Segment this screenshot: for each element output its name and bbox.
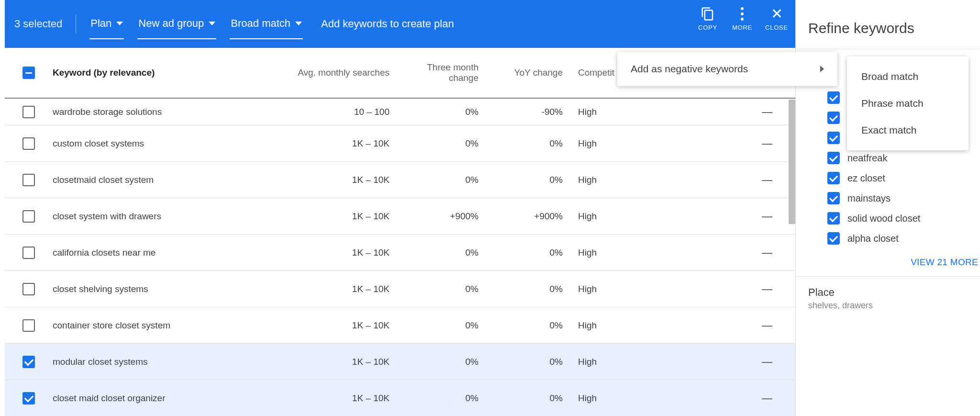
checkbox[interactable] <box>827 172 840 184</box>
caret-down-icon <box>295 22 302 25</box>
extra-cell: — <box>762 319 772 331</box>
row-checkbox[interactable] <box>22 174 35 186</box>
checkbox[interactable] <box>827 91 840 104</box>
yoy-cell: 0% <box>550 284 563 294</box>
refine-item-label: ez closet <box>847 173 885 184</box>
adgroup-label: New ad group <box>138 17 204 30</box>
table-row[interactable]: closet shelving systems1K – 10K0%0%High— <box>5 271 795 307</box>
keyword-cell: closetmaid closet system <box>53 175 154 185</box>
menu-item-phrase-match[interactable]: Phrase match <box>847 90 969 117</box>
keyword-cell: closet maid closet organizer <box>53 393 166 403</box>
checkbox[interactable] <box>827 112 840 124</box>
scrollbar-thumb[interactable] <box>789 100 795 224</box>
table-row[interactable]: closet maid closet organizer1K – 10K0%0%… <box>5 380 795 416</box>
row-checkbox[interactable] <box>22 137 35 150</box>
refine-item[interactable]: mainstays <box>796 188 980 208</box>
place-title: Place <box>808 286 968 299</box>
row-checkbox[interactable] <box>22 319 35 332</box>
plan-label: Plan <box>90 17 111 30</box>
three-month-cell: 0% <box>466 107 479 117</box>
selected-count: 3 selected <box>14 18 62 30</box>
refine-item[interactable]: solid wood closet <box>796 208 980 228</box>
competition-cell: High <box>578 357 597 367</box>
keyword-cell: custom closet systems <box>53 138 144 148</box>
refine-item-label: neatfreak <box>847 153 887 164</box>
extra-cell: — <box>762 283 772 295</box>
col-avg[interactable]: Avg. monthly searches <box>298 67 390 78</box>
plan-dropdown[interactable]: Plan <box>89 9 124 39</box>
three-month-cell: 0% <box>466 284 479 294</box>
divider <box>796 49 980 49</box>
competition-cell: High <box>578 320 597 330</box>
avg-cell: 1K – 10K <box>352 357 390 367</box>
caret-down-icon <box>209 22 215 25</box>
table-row[interactable]: wardrobe storage solutions10 – 1000%-90%… <box>5 99 795 125</box>
keyword-cell: closet shelving systems <box>53 284 148 294</box>
caret-down-icon <box>116 22 123 25</box>
competition-cell: High <box>578 175 597 185</box>
table-row[interactable]: custom closet systems1K – 10K0%0%High— <box>5 125 795 162</box>
yoy-cell: 0% <box>550 138 563 148</box>
checkbox[interactable] <box>827 152 840 164</box>
refine-item[interactable]: ez closet <box>796 168 980 188</box>
competition-cell: High <box>578 107 597 117</box>
extra-cell: — <box>762 392 772 404</box>
three-month-cell: 0% <box>466 357 479 367</box>
copy-button[interactable]: COPY <box>696 7 720 31</box>
row-checkbox[interactable] <box>22 392 35 405</box>
avg-cell: 1K – 10K <box>352 247 390 258</box>
table-row[interactable]: california closets near me1K – 10K0%0%Hi… <box>5 235 795 271</box>
keyword-cell: wardrobe storage solutions <box>53 107 162 117</box>
competition-cell: High <box>578 284 597 294</box>
row-checkbox[interactable] <box>22 356 35 368</box>
three-month-cell: +900% <box>450 211 479 221</box>
yoy-cell: 0% <box>550 357 563 367</box>
yoy-cell: 0% <box>550 247 563 258</box>
close-button[interactable]: ✕ CLOSE <box>765 7 789 31</box>
three-month-cell: 0% <box>466 320 479 330</box>
yoy-cell: +900% <box>534 211 563 221</box>
avg-cell: 1K – 10K <box>352 320 390 330</box>
avg-cell: 1K – 10K <box>352 211 390 221</box>
refine-item-label: mainstays <box>847 193 891 204</box>
menu-item-broad-match[interactable]: Broad match <box>847 63 969 90</box>
row-checkbox[interactable] <box>22 283 35 295</box>
adgroup-dropdown[interactable]: New ad group <box>137 9 216 39</box>
menu-item-exact-match[interactable]: Exact match <box>847 117 969 144</box>
keyword-cell: container store closet system <box>53 320 170 330</box>
toolbar-hint: Add keywords to create plan <box>321 18 454 30</box>
selection-toolbar: 3 selected Plan New ad group Broad match… <box>5 0 795 48</box>
col-three-month[interactable]: Three month change <box>427 62 479 83</box>
extra-cell: — <box>762 137 772 149</box>
refine-item-label: solid wood closet <box>847 213 920 224</box>
checkbox[interactable] <box>827 212 840 225</box>
row-checkbox[interactable] <box>22 210 35 223</box>
col-keyword[interactable]: Keyword (by relevance) <box>53 67 155 78</box>
more-button[interactable]: MORE <box>730 7 754 31</box>
competition-cell: High <box>578 247 597 258</box>
refine-item-label: alpha closet <box>847 233 899 244</box>
col-competition[interactable]: Competit <box>578 67 614 78</box>
table-row[interactable]: closet system with drawers1K – 10K+900%+… <box>5 198 795 235</box>
select-all-checkbox[interactable] <box>22 67 35 79</box>
checkbox[interactable] <box>827 132 840 144</box>
col-yoy[interactable]: YoY change <box>514 67 563 78</box>
place-subtitle: shelves, drawers <box>808 301 968 311</box>
refine-item[interactable]: neatfreak <box>796 148 980 168</box>
checkbox[interactable] <box>827 232 840 245</box>
table-row[interactable]: container store closet system1K – 10K0%0… <box>5 307 795 344</box>
table-row[interactable]: modular closet systems1K – 10K0%0%High— <box>5 344 795 380</box>
view-more-link[interactable]: VIEW 21 MORE <box>796 248 980 276</box>
add-negative-keywords-menu-item[interactable]: Add as negative keywords <box>617 52 837 86</box>
row-checkbox[interactable] <box>22 106 35 118</box>
avg-cell: 1K – 10K <box>352 138 390 148</box>
refine-item[interactable]: alpha closet <box>796 228 980 248</box>
avg-cell: 1K – 10K <box>352 175 390 185</box>
table-row[interactable]: closetmaid closet system1K – 10K0%0%High… <box>5 162 795 198</box>
competition-cell: High <box>578 211 597 221</box>
checkbox[interactable] <box>827 192 840 204</box>
avg-cell: 1K – 10K <box>352 393 390 403</box>
row-checkbox[interactable] <box>22 247 35 259</box>
refine-place-section[interactable]: Place shelves, drawers <box>796 276 980 320</box>
match-dropdown[interactable]: Broad match <box>230 9 303 39</box>
